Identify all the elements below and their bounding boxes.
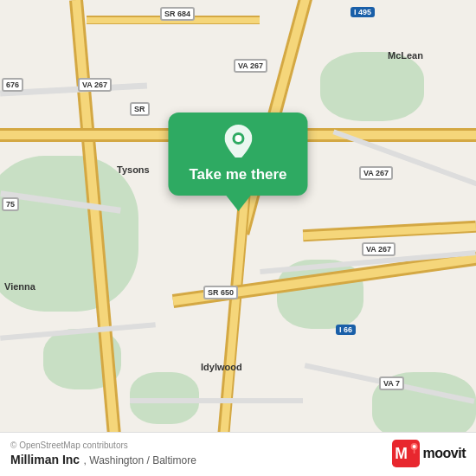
svg-point-5 xyxy=(412,445,415,448)
green-area xyxy=(0,156,138,312)
va-267-label-2: VA 267 xyxy=(234,59,267,73)
bottom-bar: © OpenStreetMap contributors Milliman In… xyxy=(0,432,476,476)
va-267-label-3: VA 267 xyxy=(359,166,393,180)
location-pin-icon xyxy=(224,125,252,161)
road-75-label: 75 xyxy=(2,197,19,211)
sr-684-label: SR 684 xyxy=(160,7,195,21)
va-267-label-4: VA 267 xyxy=(362,242,396,256)
moovit-logo: M moovit xyxy=(392,440,466,467)
location-title: Milliman Inc xyxy=(10,453,80,466)
moovit-text: moovit xyxy=(423,446,466,461)
road-local xyxy=(130,398,303,403)
sr-676-label: 676 xyxy=(2,78,23,92)
sr-650-label: SR 650 xyxy=(203,286,238,299)
bottom-left: © OpenStreetMap contributors Milliman In… xyxy=(10,441,196,467)
map-container: SR 684 I 495 VA 267 VA 267 VA 267 VA 267… xyxy=(0,0,476,476)
green-area xyxy=(320,52,424,121)
svg-text:M: M xyxy=(395,445,408,462)
location-popup: Take me there xyxy=(168,113,307,211)
popup-tail xyxy=(226,196,250,211)
copyright-text: © OpenStreetMap contributors xyxy=(10,441,196,450)
take-me-there-button[interactable]: Take me there xyxy=(189,166,286,183)
popup-bubble: Take me there xyxy=(168,113,307,196)
svg-point-1 xyxy=(235,135,241,142)
location-region: Washington / Baltimore xyxy=(89,454,196,466)
va-7-label: VA 7 xyxy=(379,376,404,390)
moovit-icon: M xyxy=(392,440,420,467)
i-495-label: I 495 xyxy=(351,7,375,17)
sr-label: SR xyxy=(130,102,150,116)
i-66-label: I 66 xyxy=(336,325,356,335)
va-267-label-1: VA 267 xyxy=(78,78,112,92)
location-info: Milliman Inc , Washington / Baltimore xyxy=(10,452,196,467)
